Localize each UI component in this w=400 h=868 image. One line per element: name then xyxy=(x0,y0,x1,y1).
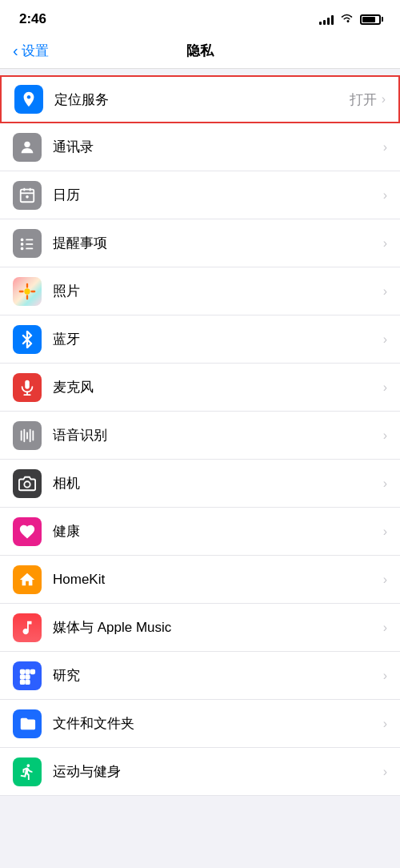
reminders-icon xyxy=(13,229,42,258)
list-item-contacts[interactable]: 通讯录 › xyxy=(0,123,400,171)
chevron-icon: › xyxy=(383,573,387,587)
list-item-research[interactable]: 研究 › xyxy=(0,652,400,700)
chevron-icon: › xyxy=(383,524,387,539)
camera-icon xyxy=(13,469,42,498)
list-item-location[interactable]: 定位服务 打开 › xyxy=(0,75,400,123)
item-label-speech: 语音识别 xyxy=(53,426,383,444)
chevron-icon: › xyxy=(383,765,387,779)
research-icon xyxy=(13,661,42,690)
item-label-homekit: HomeKit xyxy=(53,572,383,588)
chevron-icon: › xyxy=(383,476,387,491)
item-label-calendar: 日历 xyxy=(53,186,383,204)
health-icon xyxy=(13,517,42,546)
chevron-icon: › xyxy=(383,669,387,683)
status-icons xyxy=(319,13,381,26)
svg-point-6 xyxy=(21,238,24,241)
item-label-health: 健康 xyxy=(53,522,383,540)
svg-rect-27 xyxy=(21,680,25,684)
list-item-health[interactable]: 健康 › xyxy=(0,508,400,556)
svg-rect-23 xyxy=(26,669,30,673)
svg-point-8 xyxy=(21,247,24,250)
svg-rect-9 xyxy=(26,239,33,240)
microphone-icon xyxy=(13,373,42,402)
list-item-calendar[interactable]: 日历 › xyxy=(0,171,400,219)
item-label-location: 定位服务 xyxy=(54,90,350,109)
battery-icon xyxy=(360,14,381,25)
item-label-files: 文件和文件夹 xyxy=(53,714,383,733)
fitness-icon xyxy=(13,757,42,786)
chevron-icon: › xyxy=(383,332,387,347)
back-label: 设置 xyxy=(22,42,49,60)
svg-point-21 xyxy=(24,481,30,487)
nav-bar: ‹ 设置 隐私 xyxy=(0,34,400,69)
chevron-icon: › xyxy=(383,284,387,299)
svg-rect-22 xyxy=(21,669,25,673)
list-item-speech[interactable]: 语音识别 › xyxy=(0,412,400,460)
speech-icon xyxy=(13,421,42,450)
settings-list: 定位服务 打开 › 通讯录 › 日历 › 提醒事项 › xyxy=(0,75,400,796)
svg-rect-10 xyxy=(26,243,33,245)
footer-text xyxy=(0,796,400,815)
list-item-media[interactable]: 媒体与 Apple Music › xyxy=(0,604,400,652)
contacts-icon xyxy=(13,133,42,162)
status-time: 2:46 xyxy=(19,11,46,27)
chevron-icon: › xyxy=(383,621,387,635)
chevron-icon: › xyxy=(383,188,387,203)
back-chevron-icon: ‹ xyxy=(13,42,18,58)
chevron-icon: › xyxy=(383,428,387,443)
item-label-photos: 照片 xyxy=(53,282,383,300)
svg-point-0 xyxy=(24,141,30,147)
chevron-icon: › xyxy=(383,717,387,731)
svg-point-12 xyxy=(24,288,30,294)
svg-rect-25 xyxy=(31,669,35,673)
list-item-reminders[interactable]: 提醒事项 › xyxy=(0,219,400,267)
photos-icon xyxy=(13,277,42,306)
list-item-microphone[interactable]: 麦克风 › xyxy=(0,364,400,412)
svg-rect-28 xyxy=(26,680,30,684)
music-icon xyxy=(13,613,42,642)
svg-point-5 xyxy=(26,195,28,197)
item-value-location: 打开 xyxy=(350,90,377,109)
list-item-files[interactable]: 文件和文件夹 › xyxy=(0,700,400,748)
svg-point-7 xyxy=(21,243,24,246)
location-icon xyxy=(14,85,43,114)
page-title: 隐私 xyxy=(186,42,214,60)
chevron-icon: › xyxy=(383,236,387,251)
files-icon xyxy=(13,709,42,738)
bluetooth-icon xyxy=(13,325,42,354)
item-label-bluetooth: 蓝牙 xyxy=(53,330,383,348)
svg-rect-11 xyxy=(26,247,33,249)
chevron-icon: › xyxy=(383,140,387,155)
list-item-homekit[interactable]: HomeKit › xyxy=(0,556,400,604)
list-item-camera[interactable]: 相机 › xyxy=(0,460,400,508)
list-item-bluetooth[interactable]: 蓝牙 › xyxy=(0,315,400,364)
svg-rect-13 xyxy=(25,380,30,388)
homekit-icon xyxy=(13,565,42,594)
chevron-icon: › xyxy=(382,92,386,106)
calendar-icon xyxy=(13,181,42,210)
wifi-icon xyxy=(340,13,354,26)
status-bar: 2:46 xyxy=(0,0,400,34)
item-label-fitness: 运动与健身 xyxy=(53,762,383,781)
item-label-contacts: 通讯录 xyxy=(53,138,383,156)
item-label-microphone: 麦克风 xyxy=(53,378,383,396)
svg-rect-26 xyxy=(21,675,25,679)
svg-rect-24 xyxy=(26,675,30,679)
item-label-media: 媒体与 Apple Music xyxy=(53,618,383,637)
item-label-camera: 相机 xyxy=(53,474,383,492)
item-label-reminders: 提醒事项 xyxy=(53,234,383,252)
list-item-photos[interactable]: 照片 › xyxy=(0,267,400,315)
chevron-icon: › xyxy=(383,380,387,395)
list-item-fitness[interactable]: 运动与健身 › xyxy=(0,748,400,796)
item-label-research: 研究 xyxy=(53,666,383,685)
signal-icon xyxy=(319,14,334,25)
back-button[interactable]: ‹ 设置 xyxy=(13,42,49,60)
